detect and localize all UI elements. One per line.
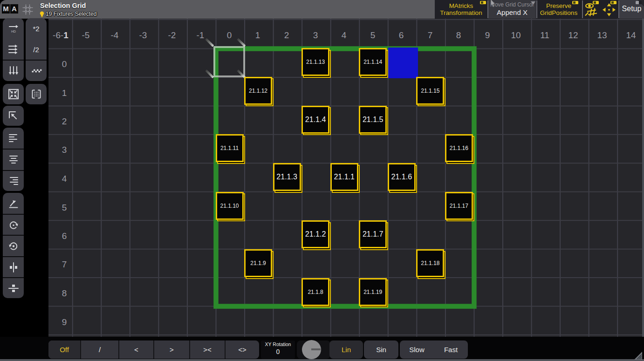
svg-text:HD: HD	[11, 30, 15, 33]
